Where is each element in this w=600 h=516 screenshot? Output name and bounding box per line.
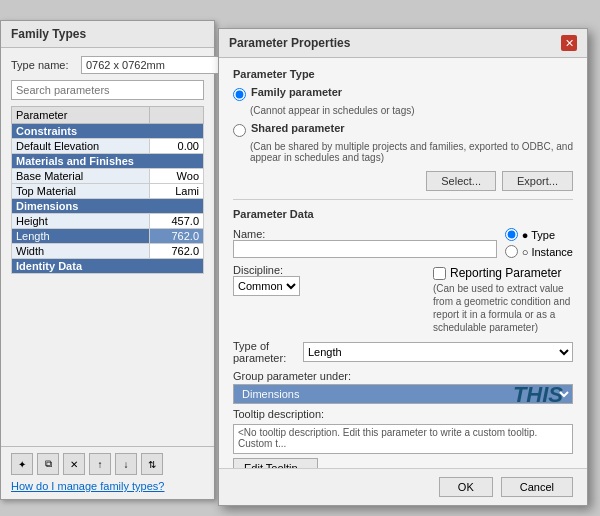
table-row[interactable]: Default Elevation 0.00	[12, 139, 204, 154]
reporting-checkbox-row: Reporting Parameter	[433, 266, 573, 280]
reporting-section: Reporting Parameter (Can be used to extr…	[433, 266, 573, 334]
discipline-label: Discipline:	[233, 264, 303, 276]
value-column-header	[149, 107, 204, 124]
instance-label: ○ Instance	[522, 246, 573, 258]
dialog-footer: OK Cancel	[219, 468, 587, 505]
name-label: Name:	[233, 228, 303, 240]
search-parameters-input[interactable]	[11, 80, 204, 100]
param-column-header: Parameter	[12, 107, 150, 124]
export-button[interactable]: Export...	[502, 171, 573, 191]
instance-radio[interactable]	[505, 245, 518, 258]
delete-button[interactable]: ✕	[63, 453, 85, 475]
discipline-col: Discipline: Common	[233, 264, 425, 296]
shared-param-label: Shared parameter	[251, 122, 345, 134]
param-value-width: 762.0	[149, 244, 204, 259]
rename-down-button[interactable]: ↓	[115, 453, 137, 475]
param-value-default-elevation: 0.00	[149, 139, 204, 154]
param-name-base-material: Base Material	[12, 169, 150, 184]
family-param-sub: (Cannot appear in schedules or tags)	[250, 105, 573, 116]
shared-param-radio-row: Shared parameter	[233, 122, 573, 137]
group-param-label: Group parameter under:	[233, 370, 573, 382]
select-button[interactable]: Select...	[426, 171, 496, 191]
family-types-title: Family Types	[1, 21, 214, 48]
footer-icon-row: ✦ ⧉ ✕ ↑ ↓ ⇅	[11, 453, 204, 475]
section-identity-label: Identity Data	[12, 259, 204, 274]
type-of-param-select[interactable]: Length	[303, 342, 573, 362]
rename-up-button[interactable]: ↑	[89, 453, 111, 475]
param-name-default-elevation: Default Elevation	[12, 139, 150, 154]
table-row-length-selected[interactable]: Length 762.0	[12, 229, 204, 244]
cancel-button[interactable]: Cancel	[501, 477, 573, 497]
reporting-checkbox[interactable]	[433, 267, 446, 280]
param-value-base-material: Woo	[149, 169, 204, 184]
type-label: ● Type	[522, 229, 555, 241]
type-name-label: Type name:	[11, 59, 81, 71]
duplicate-button[interactable]: ⧉	[37, 453, 59, 475]
type-of-param-row: Type of parameter: Length	[233, 340, 573, 364]
table-row[interactable]: Height 457.0	[12, 214, 204, 229]
dialog-body: Parameter Type Family parameter (Cannot …	[219, 58, 587, 504]
parameter-properties-dialog: Parameter Properties ✕ Parameter Type Fa…	[218, 28, 588, 506]
type-of-param-label: Type of parameter:	[233, 340, 303, 364]
type-instance-col: ● Type ○ Instance	[505, 228, 573, 258]
reporting-param-sub: (Can be used to extract value from a geo…	[433, 282, 573, 334]
group-select-wrapper: Dimensions THIS	[233, 384, 573, 404]
section-identity: Identity Data	[12, 259, 204, 274]
reporting-param-label: Reporting Parameter	[450, 266, 561, 280]
family-param-radio[interactable]	[233, 88, 246, 101]
section-materials: Materials and Finishes	[12, 154, 204, 169]
shared-param-radio[interactable]	[233, 124, 246, 137]
section-dimensions-label: Dimensions	[12, 199, 204, 214]
family-types-body: Type name: Parameter Constraints Default…	[1, 48, 214, 282]
discipline-select[interactable]: Common	[233, 276, 300, 296]
family-types-panel: Family Types Type name: Parameter Constr…	[0, 20, 215, 500]
sort-button[interactable]: ⇅	[141, 453, 163, 475]
instance-radio-row: ○ Instance	[505, 245, 573, 258]
param-name-top-material: Top Material	[12, 184, 150, 199]
group-param-select[interactable]: Dimensions	[233, 384, 573, 404]
section-dimensions: Dimensions	[12, 199, 204, 214]
dialog-titlebar: Parameter Properties ✕	[219, 29, 587, 58]
section-materials-label: Materials and Finishes	[12, 154, 204, 169]
param-value-length: 762.0	[149, 229, 204, 244]
type-radio[interactable]	[505, 228, 518, 241]
dialog-title: Parameter Properties	[229, 36, 350, 50]
param-name-width: Width	[12, 244, 150, 259]
table-row[interactable]: Top Material Lami	[12, 184, 204, 199]
section-constraints: Constraints	[12, 124, 204, 139]
param-value-top-material: Lami	[149, 184, 204, 199]
parameter-type-section-title: Parameter Type	[233, 68, 573, 80]
manage-family-types-link[interactable]: How do I manage family types?	[11, 480, 164, 492]
parameter-data-section-title: Parameter Data	[233, 208, 573, 220]
name-input[interactable]	[233, 240, 497, 258]
group-param-section: Group parameter under: Dimensions THIS	[233, 370, 573, 404]
table-row[interactable]: Base Material Woo	[12, 169, 204, 184]
family-param-label: Family parameter	[251, 86, 342, 98]
name-type-row: Name: ● Type ○ Instance	[233, 228, 573, 258]
section-constraints-label: Constraints	[12, 124, 204, 139]
family-types-footer: ✦ ⧉ ✕ ↑ ↓ ⇅ How do I manage family types…	[1, 446, 214, 499]
new-family-type-button[interactable]: ✦	[11, 453, 33, 475]
divider	[233, 199, 573, 200]
select-export-row: Select... Export...	[233, 171, 573, 191]
parameters-table: Parameter Constraints Default Elevation …	[11, 106, 204, 274]
discipline-reporting-row: Discipline: Common Reporting Parameter (…	[233, 264, 573, 334]
tooltip-text: <No tooltip description. Edit this param…	[233, 424, 573, 454]
param-name-height: Height	[12, 214, 150, 229]
table-row[interactable]: Width 762.0	[12, 244, 204, 259]
tooltip-label: Tooltip description:	[233, 408, 573, 420]
ok-button[interactable]: OK	[439, 477, 493, 497]
type-name-input[interactable]	[81, 56, 229, 74]
type-name-row: Type name:	[11, 56, 204, 74]
param-name-length: Length	[12, 229, 150, 244]
type-radio-row: ● Type	[505, 228, 573, 241]
param-value-height: 457.0	[149, 214, 204, 229]
family-param-radio-row: Family parameter	[233, 86, 573, 101]
dialog-close-button[interactable]: ✕	[561, 35, 577, 51]
name-col: Name:	[233, 228, 497, 258]
shared-param-sub: (Can be shared by multiple projects and …	[250, 141, 573, 163]
